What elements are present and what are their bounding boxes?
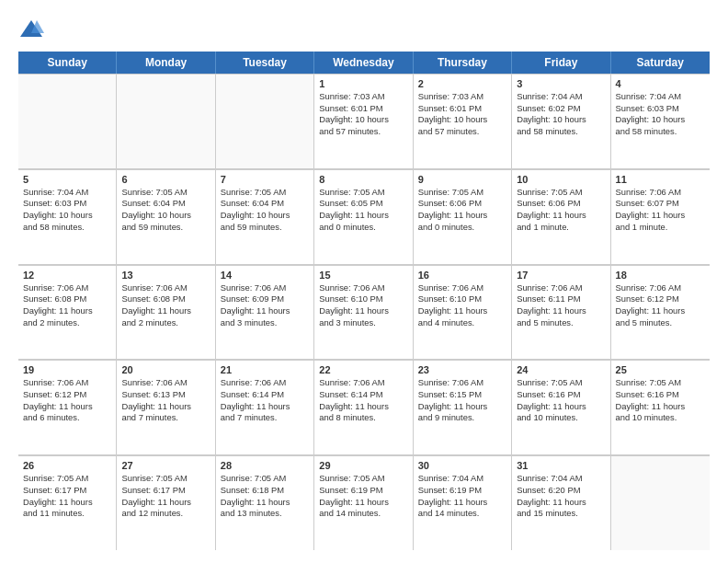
day-number: 16	[418, 270, 506, 281]
day-number: 30	[418, 460, 506, 471]
day-info: Sunrise: 7:04 AMSunset: 6:02 PMDaylight:…	[517, 91, 605, 138]
calendar-cell: 4Sunrise: 7:04 AMSunset: 6:03 PMDaylight…	[611, 75, 710, 168]
calendar-page: SundayMondayTuesdayWednesdayThursdayFrid…	[0, 0, 728, 563]
day-number: 24	[517, 364, 605, 375]
day-info: Sunrise: 7:05 AMSunset: 6:16 PMDaylight:…	[517, 377, 605, 424]
calendar-cell: 19Sunrise: 7:06 AMSunset: 6:12 PMDayligh…	[18, 361, 117, 454]
day-number: 8	[319, 174, 407, 185]
calendar-cell	[117, 75, 215, 168]
calendar-cell: 26Sunrise: 7:05 AMSunset: 6:17 PMDayligh…	[18, 456, 117, 550]
day-number: 9	[418, 174, 506, 185]
day-number: 12	[23, 270, 111, 281]
day-info: Sunrise: 7:06 AMSunset: 6:12 PMDaylight:…	[23, 377, 111, 424]
day-header-friday: Friday	[512, 52, 610, 74]
day-info: Sunrise: 7:06 AMSunset: 6:07 PMDaylight:…	[616, 187, 705, 234]
logo	[18, 17, 48, 42]
calendar-cell: 8Sunrise: 7:05 AMSunset: 6:05 PMDaylight…	[314, 170, 413, 264]
calendar-cell	[18, 75, 117, 168]
day-info: Sunrise: 7:04 AMSunset: 6:03 PMDaylight:…	[23, 187, 111, 234]
day-info: Sunrise: 7:06 AMSunset: 6:09 PMDaylight:…	[221, 282, 309, 329]
calendar: SundayMondayTuesdayWednesdayThursdayFrid…	[18, 52, 710, 550]
day-info: Sunrise: 7:04 AMSunset: 6:20 PMDaylight:…	[517, 473, 605, 520]
calendar-cell: 31Sunrise: 7:04 AMSunset: 6:20 PMDayligh…	[512, 456, 610, 550]
day-header-saturday: Saturday	[611, 52, 710, 74]
day-info: Sunrise: 7:05 AMSunset: 6:17 PMDaylight:…	[121, 473, 210, 520]
day-info: Sunrise: 7:03 AMSunset: 6:01 PMDaylight:…	[418, 91, 506, 138]
day-info: Sunrise: 7:06 AMSunset: 6:11 PMDaylight:…	[517, 282, 605, 329]
calendar-cell: 13Sunrise: 7:06 AMSunset: 6:08 PMDayligh…	[117, 266, 215, 360]
calendar-cell	[611, 456, 710, 550]
day-info: Sunrise: 7:04 AMSunset: 6:19 PMDaylight:…	[418, 473, 506, 520]
calendar-cell: 7Sunrise: 7:05 AMSunset: 6:04 PMDaylight…	[216, 170, 314, 264]
day-info: Sunrise: 7:05 AMSunset: 6:05 PMDaylight:…	[319, 187, 407, 234]
day-info: Sunrise: 7:03 AMSunset: 6:01 PMDaylight:…	[319, 91, 407, 138]
calendar-week-2: 5Sunrise: 7:04 AMSunset: 6:03 PMDaylight…	[18, 169, 710, 265]
calendar-cell: 10Sunrise: 7:05 AMSunset: 6:06 PMDayligh…	[512, 170, 610, 264]
day-number: 28	[221, 460, 309, 471]
calendar-body: 1Sunrise: 7:03 AMSunset: 6:01 PMDaylight…	[18, 74, 710, 550]
day-number: 29	[319, 460, 407, 471]
day-header-sunday: Sunday	[18, 52, 117, 74]
day-info: Sunrise: 7:05 AMSunset: 6:16 PMDaylight:…	[616, 377, 705, 424]
day-number: 27	[121, 460, 210, 471]
calendar-week-4: 19Sunrise: 7:06 AMSunset: 6:12 PMDayligh…	[18, 360, 710, 455]
calendar-cell: 20Sunrise: 7:06 AMSunset: 6:13 PMDayligh…	[117, 361, 215, 454]
calendar-week-3: 12Sunrise: 7:06 AMSunset: 6:08 PMDayligh…	[18, 265, 710, 361]
calendar-cell: 24Sunrise: 7:05 AMSunset: 6:16 PMDayligh…	[512, 361, 610, 454]
calendar-cell: 22Sunrise: 7:06 AMSunset: 6:14 PMDayligh…	[314, 361, 413, 454]
day-number: 4	[616, 78, 705, 89]
day-info: Sunrise: 7:06 AMSunset: 6:08 PMDaylight:…	[23, 282, 111, 329]
calendar-cell: 28Sunrise: 7:05 AMSunset: 6:18 PMDayligh…	[216, 456, 314, 550]
day-info: Sunrise: 7:05 AMSunset: 6:19 PMDaylight:…	[319, 473, 407, 520]
day-number: 31	[517, 460, 605, 471]
day-info: Sunrise: 7:05 AMSunset: 6:04 PMDaylight:…	[121, 187, 210, 234]
calendar-cell: 23Sunrise: 7:06 AMSunset: 6:15 PMDayligh…	[414, 361, 512, 454]
calendar-cell: 14Sunrise: 7:06 AMSunset: 6:09 PMDayligh…	[216, 266, 314, 360]
day-info: Sunrise: 7:06 AMSunset: 6:14 PMDaylight:…	[221, 377, 309, 424]
calendar-cell: 29Sunrise: 7:05 AMSunset: 6:19 PMDayligh…	[314, 456, 413, 550]
day-info: Sunrise: 7:06 AMSunset: 6:14 PMDaylight:…	[319, 377, 407, 424]
day-header-wednesday: Wednesday	[314, 52, 413, 74]
calendar-cell: 1Sunrise: 7:03 AMSunset: 6:01 PMDaylight…	[314, 75, 413, 168]
day-header-thursday: Thursday	[414, 52, 512, 74]
day-number: 3	[517, 78, 605, 89]
day-info: Sunrise: 7:05 AMSunset: 6:18 PMDaylight:…	[221, 473, 309, 520]
calendar-cell: 15Sunrise: 7:06 AMSunset: 6:10 PMDayligh…	[314, 266, 413, 360]
day-header-monday: Monday	[117, 52, 215, 74]
day-info: Sunrise: 7:06 AMSunset: 6:12 PMDaylight:…	[616, 282, 705, 329]
day-number: 19	[23, 364, 111, 375]
calendar-cell: 18Sunrise: 7:06 AMSunset: 6:12 PMDayligh…	[611, 266, 710, 360]
day-number: 7	[221, 174, 309, 185]
calendar-cell: 17Sunrise: 7:06 AMSunset: 6:11 PMDayligh…	[512, 266, 610, 360]
day-number: 1	[319, 78, 407, 89]
calendar-cell: 5Sunrise: 7:04 AMSunset: 6:03 PMDaylight…	[18, 170, 117, 264]
day-number: 18	[616, 270, 705, 281]
calendar-cell: 27Sunrise: 7:05 AMSunset: 6:17 PMDayligh…	[117, 456, 215, 550]
day-number: 23	[418, 364, 506, 375]
day-number: 17	[517, 270, 605, 281]
day-info: Sunrise: 7:05 AMSunset: 6:17 PMDaylight:…	[23, 473, 111, 520]
logo-icon	[18, 17, 44, 42]
day-info: Sunrise: 7:06 AMSunset: 6:15 PMDaylight:…	[418, 377, 506, 424]
day-number: 21	[221, 364, 309, 375]
day-number: 13	[121, 270, 210, 281]
day-info: Sunrise: 7:06 AMSunset: 6:08 PMDaylight:…	[121, 282, 210, 329]
page-header	[18, 17, 710, 42]
calendar-week-1: 1Sunrise: 7:03 AMSunset: 6:01 PMDaylight…	[18, 74, 710, 169]
calendar-cell	[216, 75, 314, 168]
calendar-cell: 21Sunrise: 7:06 AMSunset: 6:14 PMDayligh…	[216, 361, 314, 454]
day-number: 14	[221, 270, 309, 281]
calendar-cell: 16Sunrise: 7:06 AMSunset: 6:10 PMDayligh…	[414, 266, 512, 360]
day-header-tuesday: Tuesday	[216, 52, 314, 74]
calendar-cell: 25Sunrise: 7:05 AMSunset: 6:16 PMDayligh…	[611, 361, 710, 454]
day-info: Sunrise: 7:04 AMSunset: 6:03 PMDaylight:…	[616, 91, 705, 138]
day-number: 10	[517, 174, 605, 185]
day-number: 22	[319, 364, 407, 375]
calendar-header: SundayMondayTuesdayWednesdayThursdayFrid…	[18, 52, 710, 74]
day-info: Sunrise: 7:06 AMSunset: 6:10 PMDaylight:…	[418, 282, 506, 329]
day-info: Sunrise: 7:05 AMSunset: 6:06 PMDaylight:…	[418, 187, 506, 234]
day-info: Sunrise: 7:05 AMSunset: 6:04 PMDaylight:…	[221, 187, 309, 234]
day-info: Sunrise: 7:06 AMSunset: 6:13 PMDaylight:…	[121, 377, 210, 424]
calendar-cell: 30Sunrise: 7:04 AMSunset: 6:19 PMDayligh…	[414, 456, 512, 550]
calendar-cell: 12Sunrise: 7:06 AMSunset: 6:08 PMDayligh…	[18, 266, 117, 360]
